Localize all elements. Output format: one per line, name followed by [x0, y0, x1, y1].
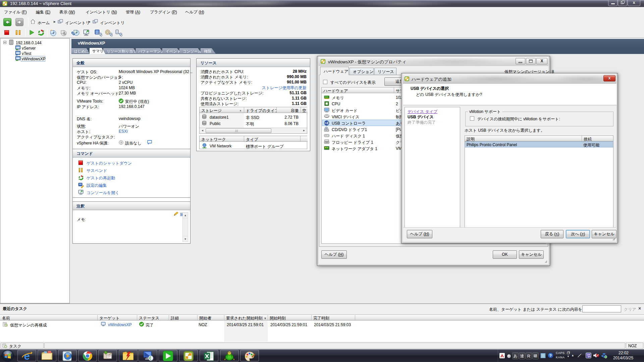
svg-text:?: ?: [120, 141, 122, 144]
svg-text:e: e: [24, 350, 30, 362]
